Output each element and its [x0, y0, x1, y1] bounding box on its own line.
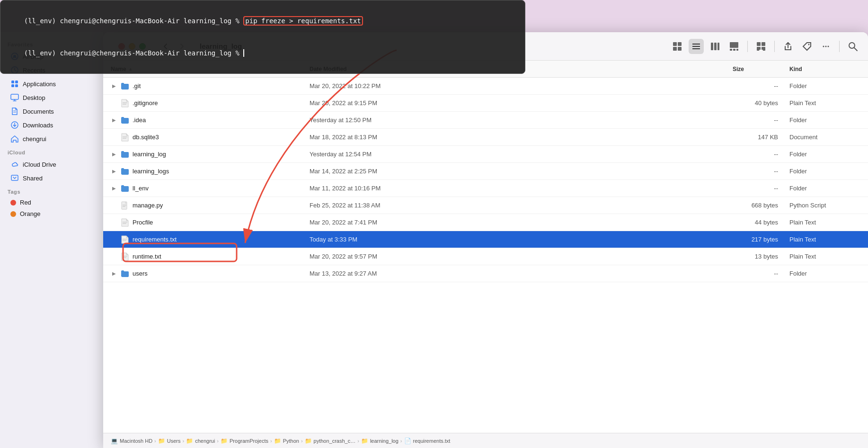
file-row[interactable]: requirements.txt Today at 3:33 PM 217 by… [103, 231, 868, 248]
file-date: Mar 13, 2022 at 9:27 AM [310, 270, 733, 277]
file-date: Feb 25, 2022 at 11:38 AM [310, 202, 733, 209]
file-kind: Python Script [789, 202, 860, 209]
file-row[interactable]: ▶ .idea Yesterday at 12:50 PM -- Folder [103, 112, 868, 129]
file-size: -- [733, 82, 789, 90]
file-date: Yesterday at 12:54 PM [310, 151, 733, 158]
file-row[interactable]: ▶ .git Mar 20, 2022 at 10:22 PM -- Folde… [103, 78, 868, 95]
sidebar-item-icloud-drive[interactable]: iCloud Drive [3, 158, 100, 171]
svg-rect-25 [736, 49, 738, 51]
file-name-cell: ▶ ll_env [111, 184, 310, 193]
file-name: manage.py [133, 202, 163, 209]
tag-button[interactable] [799, 39, 815, 54]
file-row[interactable]: ▶ ll_env Mar 11, 2022 at 10:16 PM -- Fol… [103, 180, 868, 197]
kind-header[interactable]: Kind [789, 66, 860, 72]
svg-rect-13 [678, 42, 682, 46]
sidebar-item-applications[interactable]: Applications [3, 77, 100, 90]
breadcrumb-icon: 📁 [274, 438, 281, 444]
file-icon [120, 252, 130, 261]
breadcrumb-label: chengrui [195, 438, 215, 444]
breadcrumb-icon: 💻 [111, 438, 118, 444]
file-name-cell: ▶ learning_logs [111, 167, 310, 176]
breadcrumb-item[interactable]: 💻Macintosh HD [111, 438, 152, 444]
file-row[interactable]: Procfile Mar 20, 2022 at 7:41 PM 44 byte… [103, 214, 868, 231]
sidebar-item-shared[interactable]: Shared [3, 171, 100, 185]
breadcrumb-item[interactable]: 📁python_crash_c… [305, 438, 356, 444]
breadcrumb-separator: › [301, 438, 303, 444]
column-view-button[interactable] [708, 39, 723, 54]
expand-arrow[interactable]: ▶ [111, 152, 117, 157]
file-size: -- [733, 116, 789, 124]
size-header[interactable]: Size [733, 66, 789, 72]
sidebar-item-desktop[interactable]: Desktop [3, 91, 100, 104]
breadcrumb-separator: › [270, 438, 272, 444]
file-row[interactable]: ▶ users Mar 13, 2022 at 9:27 AM -- Folde… [103, 265, 868, 282]
file-row[interactable]: manage.py Feb 25, 2022 at 11:38 AM 668 b… [103, 197, 868, 214]
sidebar-item-applications-label: Applications [23, 81, 56, 88]
file-kind: Plain Text [789, 253, 860, 260]
tags-section-label: Tags [0, 185, 103, 197]
file-kind: Plain Text [789, 219, 860, 226]
file-icon [120, 99, 130, 108]
file-row[interactable]: runtime.txt Mar 20, 2022 at 9:57 PM 13 b… [103, 248, 868, 265]
breadcrumb-icon: 📄 [404, 438, 411, 444]
breadcrumb-separator: › [357, 438, 359, 444]
breadcrumb-icon: 📁 [158, 438, 165, 444]
sidebar-item-downloads[interactable]: Downloads [3, 118, 100, 132]
svg-rect-6 [15, 84, 18, 87]
icon-view-button[interactable] [670, 39, 685, 54]
file-row[interactable]: ▶ learning_logs Mar 14, 2022 at 2:25 PM … [103, 163, 868, 180]
file-row[interactable]: ▶ learning_log Yesterday at 12:54 PM -- … [103, 146, 868, 163]
svg-rect-26 [757, 42, 761, 46]
file-icon [120, 218, 130, 227]
search-button[interactable] [845, 39, 860, 54]
breadcrumb-label: Users [167, 438, 181, 444]
file-icon [120, 133, 130, 142]
expand-arrow[interactable]: ▶ [111, 117, 117, 123]
breadcrumb-item[interactable]: 📄requirements.txt [404, 438, 451, 444]
finder-window: learning_log [103, 32, 868, 448]
sidebar-tag-red[interactable]: Red [3, 197, 100, 208]
list-view-button[interactable] [689, 39, 704, 54]
applications-icon [10, 80, 19, 88]
file-name: Procfile [133, 219, 153, 226]
sidebar-item-documents[interactable]: Documents [3, 105, 100, 118]
svg-rect-27 [762, 42, 765, 46]
file-name-cell: runtime.txt [111, 252, 310, 261]
file-row[interactable]: .gitignore Mar 20, 2022 at 9:15 PM 40 by… [103, 95, 868, 112]
file-size: -- [733, 168, 789, 175]
share-button[interactable] [780, 39, 796, 54]
breadcrumb-label: Macintosh HD [120, 438, 152, 444]
file-kind: Folder [789, 116, 860, 124]
breadcrumb-separator: › [154, 438, 156, 444]
expand-arrow[interactable]: ▶ [111, 186, 117, 191]
breadcrumb-item[interactable]: 📁Users [158, 438, 181, 444]
gallery-view-button[interactable] [726, 39, 742, 54]
more-button[interactable] [818, 39, 833, 54]
breadcrumb-item[interactable]: 📁chengrui [186, 438, 215, 444]
breadcrumb-item[interactable]: 📁ProgramProjects [221, 438, 268, 444]
file-name: .git [133, 82, 141, 90]
breadcrumb-item[interactable]: 📁learning_log [361, 438, 399, 444]
sidebar-tag-orange[interactable]: Orange [3, 208, 100, 219]
expand-arrow[interactable]: ▶ [111, 169, 117, 174]
svg-rect-20 [714, 43, 717, 50]
breadcrumb-separator: › [400, 438, 402, 444]
file-size: 668 bytes [733, 202, 789, 209]
file-row[interactable]: db.sqlite3 Mar 18, 2022 at 8:13 PM 147 K… [103, 129, 868, 146]
file-size: -- [733, 270, 789, 277]
sidebar-item-shared-label: Shared [23, 175, 43, 182]
desktop-icon [10, 93, 19, 102]
svg-point-33 [825, 45, 827, 47]
svg-rect-3 [11, 81, 14, 83]
file-date: Mar 18, 2022 at 8:13 PM [310, 134, 733, 141]
sidebar-item-chengrui[interactable]: chengrui [3, 132, 100, 145]
file-name-cell: .gitignore [111, 99, 310, 108]
file-kind: Document [789, 134, 860, 141]
expand-arrow[interactable]: ▶ [111, 83, 117, 89]
group-button[interactable] [753, 39, 769, 54]
svg-rect-30 [759, 50, 763, 51]
documents-icon [10, 107, 19, 116]
expand-arrow[interactable]: ▶ [111, 271, 117, 276]
file-date: Mar 20, 2022 at 7:41 PM [310, 219, 733, 226]
breadcrumb-item[interactable]: 📁Python [274, 438, 299, 444]
